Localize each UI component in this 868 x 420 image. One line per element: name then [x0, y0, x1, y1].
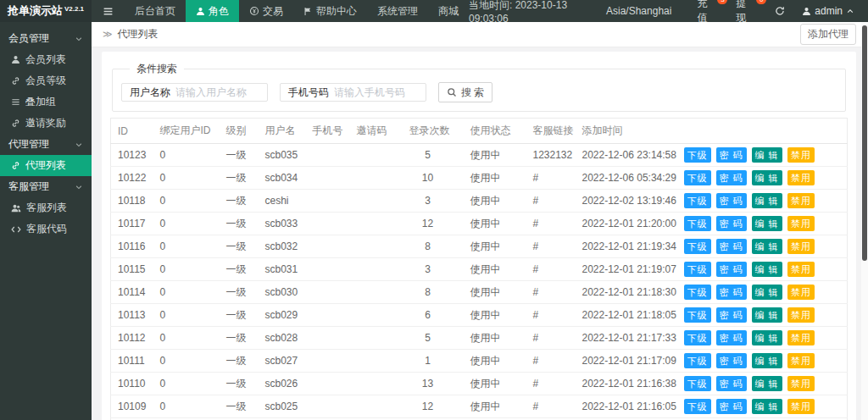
page-title: 代理列表 [118, 27, 159, 41]
table-row: 101160一级scb0328使用中#2022-12-01 21:19:34下级… [111, 235, 848, 258]
username-input[interactable] [175, 86, 267, 98]
table-row: 101230一级scb0355使用中12321322022-12-06 23:1… [111, 144, 848, 167]
password-button[interactable]: 密 码 [716, 353, 747, 368]
scrollbar-thumb[interactable] [862, 25, 867, 261]
edit-button[interactable]: 编 辑 [752, 170, 782, 185]
withdraw-menu-item[interactable]: 提现 0 [726, 0, 765, 25]
sidebar-item-客服列表[interactable]: 客服列表 [0, 197, 92, 218]
disable-button[interactable]: 禁用 [787, 285, 815, 300]
sidebar-item-邀请奖励[interactable]: 邀请奖励 [0, 113, 92, 134]
search-panel-legend: 条件搜索 [130, 62, 184, 76]
sub-level-button[interactable]: 下级 [684, 330, 711, 345]
cell-actions: 下级密 码编 辑禁用 [677, 373, 848, 395]
edit-button[interactable]: 编 辑 [752, 147, 782, 163]
sub-level-button[interactable]: 下级 [684, 399, 711, 414]
sidebar-item-客服代码[interactable]: 客服代码 [0, 218, 92, 240]
sub-level-button[interactable]: 下级 [684, 147, 711, 163]
column-header-actions [677, 119, 848, 144]
nav-item-后台首页[interactable]: 后台首页 [125, 0, 186, 22]
disable-button[interactable]: 禁用 [787, 147, 815, 163]
search-button[interactable]: 搜 索 [438, 82, 492, 102]
sub-level-button[interactable]: 下级 [684, 170, 711, 185]
cell-bind_uid: 0 [153, 281, 220, 304]
user-dropdown[interactable]: admin [795, 5, 861, 17]
edit-button[interactable]: 编 辑 [752, 376, 782, 391]
sidebar-toggle-button[interactable] [92, 0, 125, 22]
edit-button[interactable]: 编 辑 [752, 353, 782, 368]
sidebar-item-会员等级[interactable]: 会员等级 [0, 70, 92, 91]
cell-actions: 下级密 码编 辑禁用 [677, 258, 848, 281]
password-button[interactable]: 密 码 [716, 307, 747, 323]
sub-level-button[interactable]: 下级 [684, 285, 711, 300]
nav-item-帮助中心[interactable]: 帮助中心 [293, 0, 367, 22]
edit-button[interactable]: 编 辑 [752, 285, 782, 300]
edit-button[interactable]: 编 辑 [752, 399, 782, 414]
sub-level-button[interactable]: 下级 [684, 193, 711, 208]
refresh-icon [775, 6, 785, 16]
refresh-button[interactable] [765, 6, 795, 16]
edit-button[interactable]: 编 辑 [752, 193, 782, 208]
sub-level-button[interactable]: 下级 [684, 376, 711, 391]
sidebar-group-会员管理[interactable]: 会员管理 [0, 28, 92, 49]
recharge-menu-item[interactable]: 充值 3 [687, 0, 726, 25]
cell-link: # [516, 213, 576, 235]
edit-button[interactable]: 编 辑 [752, 262, 782, 277]
edit-button[interactable]: 编 辑 [752, 239, 782, 254]
disable-button[interactable]: 禁用 [787, 399, 815, 414]
add-agent-button[interactable]: 添加代理 [800, 24, 856, 45]
disable-button[interactable]: 禁用 [787, 170, 815, 185]
cell-phone [306, 373, 350, 395]
sub-level-button[interactable]: 下级 [684, 216, 711, 231]
cell-invite [350, 373, 403, 395]
password-button[interactable]: 密 码 [716, 193, 747, 208]
table-row: 101120一级scb0285使用中#2022-12-01 21:17:33下级… [111, 327, 848, 350]
edit-button[interactable]: 编 辑 [752, 307, 782, 323]
sub-level-button[interactable]: 下级 [684, 262, 711, 277]
sidebar-item-label: 会员等级 [25, 74, 66, 88]
password-button[interactable]: 密 码 [716, 170, 747, 185]
cell-logins: 1 [403, 350, 453, 373]
sidebar-group-代理管理[interactable]: 代理管理 [0, 134, 92, 155]
password-button[interactable]: 密 码 [716, 147, 747, 163]
sub-level-button[interactable]: 下级 [684, 239, 711, 254]
cell-actions: 下级密 码编 辑禁用 [677, 395, 848, 418]
edit-button[interactable]: 编 辑 [752, 216, 782, 231]
cell-phone [306, 258, 350, 281]
cell-id: 10113 [111, 304, 153, 327]
sidebar-item-会员列表[interactable]: 会员列表 [0, 49, 92, 70]
password-button[interactable]: 密 码 [716, 376, 747, 391]
edit-button[interactable]: 编 辑 [752, 330, 782, 345]
password-button[interactable]: 密 码 [716, 285, 747, 300]
password-button[interactable]: 密 码 [716, 262, 747, 277]
password-button[interactable]: 密 码 [716, 399, 747, 414]
column-header-邀请码: 邀请码 [350, 119, 403, 144]
phone-input[interactable] [334, 86, 426, 98]
sidebar-group-客服管理[interactable]: 客服管理 [0, 176, 92, 197]
cell-invite [350, 395, 403, 418]
nav-item-交易[interactable]: 交易 [239, 0, 293, 22]
table-row: 101150一级scb0313使用中#2022-12-01 21:19:07下级… [111, 258, 848, 281]
cell-actions: 下级密 码编 辑禁用 [677, 167, 848, 190]
sub-level-button[interactable]: 下级 [684, 307, 711, 323]
disable-button[interactable]: 禁用 [787, 239, 815, 254]
disable-button[interactable]: 禁用 [787, 376, 815, 391]
disable-button[interactable]: 禁用 [787, 216, 815, 231]
cell-actions: 下级密 码编 辑禁用 [677, 235, 848, 258]
sidebar-item-代理列表[interactable]: 代理列表 [0, 155, 92, 176]
nav-item-角色[interactable]: 角色 [186, 0, 239, 22]
sub-level-button[interactable]: 下级 [684, 353, 711, 368]
disable-button[interactable]: 禁用 [787, 330, 815, 345]
nav-item-商城[interactable]: 商城 [428, 0, 469, 22]
password-button[interactable]: 密 码 [716, 239, 747, 254]
table-row: 101140一级scb0308使用中#2022-12-01 21:18:30下级… [111, 281, 848, 304]
disable-button[interactable]: 禁用 [787, 307, 815, 323]
password-button[interactable]: 密 码 [716, 216, 747, 231]
disable-button[interactable]: 禁用 [787, 193, 815, 208]
sidebar-item-叠加组[interactable]: 叠加组 [0, 91, 92, 113]
disable-button[interactable]: 禁用 [787, 353, 815, 368]
brand-version: V2.2.1 [64, 5, 84, 13]
password-button[interactable]: 密 码 [716, 330, 747, 345]
disable-button[interactable]: 禁用 [787, 262, 815, 277]
cell-actions: 下级密 码编 辑禁用 [677, 304, 848, 327]
nav-item-系统管理[interactable]: 系统管理 [367, 0, 428, 22]
